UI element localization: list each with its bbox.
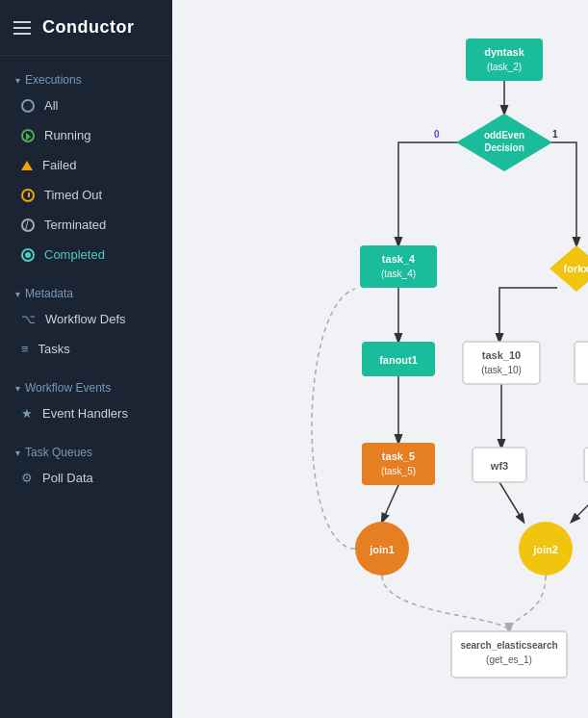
workflow-icon: ⌥	[21, 312, 36, 326]
section-executions: ▾ Executions All Running Failed Timed Ou…	[0, 56, 172, 269]
app-title: Conductor	[42, 17, 134, 38]
triangle-icon	[21, 161, 33, 170]
sidebar-item-failed[interactable]: Failed	[0, 150, 172, 180]
sidebar-item-all[interactable]: All	[0, 90, 172, 120]
workflow-canvas[interactable]: 0 1	[172, 0, 588, 718]
hamburger-icon[interactable]	[13, 21, 31, 35]
node-dyntask[interactable]	[466, 38, 543, 81]
node-task11[interactable]	[575, 342, 588, 384]
chevron-metadata: ▾	[15, 289, 20, 299]
svg-line-9	[572, 482, 588, 522]
svg-text:(get_es_1): (get_es_1)	[486, 654, 532, 665]
sidebar-header: Conductor	[0, 0, 172, 56]
list-icon: ≡	[21, 342, 29, 356]
svg-text:search_elasticsearch: search_elasticsearch	[460, 640, 557, 651]
section-taskqueues: ▾ Task Queues ⚙ Poll Data	[0, 428, 172, 493]
svg-text:task_5: task_5	[382, 450, 415, 462]
sidebar-item-polldata[interactable]: ⚙ Poll Data	[0, 463, 172, 493]
section-workflowevents: ▾ Workflow Events ★ Event Handlers	[0, 364, 172, 428]
svg-text:fanout1: fanout1	[379, 354, 418, 366]
sidebar-item-workflowdefs[interactable]: ⌥ Workflow Defs	[0, 304, 172, 334]
circle-icon	[21, 99, 35, 113]
target-icon	[21, 248, 35, 262]
svg-text:oddEven: oddEven	[484, 130, 524, 141]
svg-text:(task_2): (task_2)	[487, 62, 522, 72]
svg-text:Decision: Decision	[484, 142, 524, 153]
section-metadata-label[interactable]: ▾ Metadata	[0, 279, 172, 304]
slash-icon	[21, 218, 35, 232]
section-metadata: ▾ Metadata ⌥ Workflow Defs ≡ Tasks	[0, 269, 172, 364]
sidebar-item-running[interactable]: Running	[0, 120, 172, 150]
svg-text:(task_4): (task_4)	[381, 269, 416, 279]
sidebar-item-completed[interactable]: Completed	[0, 240, 172, 269]
svg-text:0: 0	[434, 129, 440, 140]
svg-text:(task_5): (task_5)	[381, 466, 416, 476]
star-icon: ★	[21, 406, 33, 421]
svg-line-7	[382, 485, 398, 522]
node-task5[interactable]	[362, 443, 435, 485]
sidebar-item-eventhandlers[interactable]: ★ Event Handlers	[0, 398, 172, 428]
chevron-workflowevents: ▾	[15, 383, 20, 394]
sliders-icon: ⚙	[21, 471, 33, 485]
play-circle-icon	[21, 129, 35, 142]
svg-text:dyntask: dyntask	[484, 46, 524, 58]
svg-text:forkx: forkx	[564, 263, 588, 274]
chevron-executions: ▾	[15, 75, 20, 86]
node-wf4[interactable]	[584, 448, 588, 482]
sidebar: Conductor ▾ Executions All Running Faile…	[0, 0, 172, 718]
svg-text:join2: join2	[532, 544, 558, 555]
svg-text:wf3: wf3	[490, 460, 508, 472]
svg-text:1: 1	[552, 129, 558, 140]
node-task10[interactable]	[463, 342, 540, 384]
svg-line-8	[499, 482, 524, 522]
chevron-taskqueues: ▾	[15, 448, 20, 458]
section-workflowevents-label[interactable]: ▾ Workflow Events	[0, 373, 172, 398]
svg-text:join1: join1	[369, 544, 395, 555]
sidebar-item-timedout[interactable]: Timed Out	[0, 180, 172, 210]
svg-text:(task_10): (task_10)	[481, 365, 522, 375]
clock-icon	[21, 189, 35, 202]
sidebar-item-tasks[interactable]: ≡ Tasks	[0, 334, 172, 364]
section-executions-label[interactable]: ▾ Executions	[0, 65, 172, 90]
sidebar-item-terminated[interactable]: Terminated	[0, 210, 172, 240]
svg-text:task_10: task_10	[482, 349, 521, 361]
node-task4[interactable]	[360, 245, 437, 288]
svg-text:task_4: task_4	[382, 253, 416, 265]
flow-diagram: 0 1	[172, 0, 588, 718]
main-content: 0 1	[172, 0, 588, 718]
section-taskqueues-label[interactable]: ▾ Task Queues	[0, 438, 172, 463]
